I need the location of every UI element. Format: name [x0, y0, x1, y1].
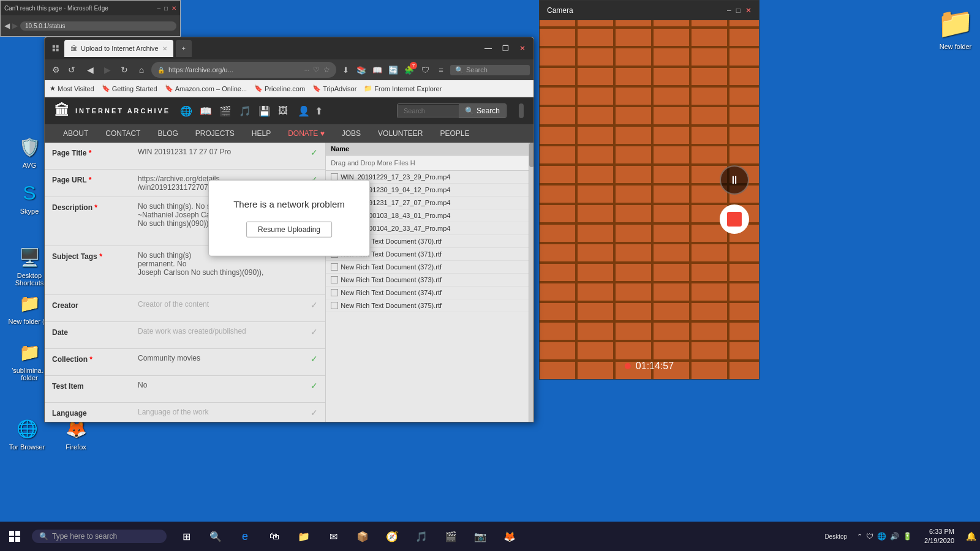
browser-shield-btn[interactable]: 🛡: [418, 63, 432, 77]
ia-nav-donate[interactable]: DONATE ♥: [279, 124, 333, 143]
ia-icon-software[interactable]: 💾: [258, 105, 271, 117]
error-maximize-btn[interactable]: □: [164, 5, 168, 12]
bookmark-getting-started[interactable]: 🔖 Getting Started: [102, 84, 157, 92]
browser-home-btn[interactable]: ⌂: [134, 62, 149, 77]
ia-icon-audio[interactable]: 🎵: [239, 105, 251, 117]
taskbar-ie-icon[interactable]: e: [233, 524, 257, 549]
tray-network[interactable]: 🌐: [877, 532, 886, 541]
taskbar-store-icon[interactable]: 🛍: [262, 524, 287, 549]
form-label-test-item: Test Item: [52, 381, 138, 391]
browser-address-menu[interactable]: ···: [304, 67, 309, 73]
file-checkbox[interactable]: [331, 289, 338, 296]
ia-search-input[interactable]: [398, 105, 459, 117]
file-checkbox[interactable]: [331, 263, 338, 271]
ia-upload-icon[interactable]: ⬆: [315, 105, 323, 117]
subliminal-icon: 📁: [17, 340, 42, 364]
browser-address-star[interactable]: ☆: [323, 66, 330, 74]
bookmark-tripadvisor[interactable]: 🔖 TripAdvisor: [312, 84, 356, 92]
camera-record-btn[interactable]: [720, 204, 749, 234]
ia-nav-contact[interactable]: CONTACT: [97, 124, 149, 143]
browser-library-btn[interactable]: 📚: [355, 63, 368, 77]
taskbar-firefox-tb-icon[interactable]: 🦊: [497, 524, 522, 549]
resume-uploading-btn[interactable]: Resume Uploading: [246, 222, 332, 238]
camera-window-controls: – □ ✕: [727, 6, 752, 15]
ia-user-icon[interactable]: 👤: [298, 105, 310, 117]
ia-search[interactable]: 🔍 Search: [397, 103, 507, 118]
bookmark-most-visited[interactable]: ★ Most Visited: [50, 84, 94, 92]
tab-close-btn[interactable]: ✕: [162, 45, 167, 52]
browser-forward-btn[interactable]: ▶: [100, 62, 115, 77]
browser-refresh-btn[interactable]: ↻: [117, 62, 132, 77]
ia-icon-video[interactable]: 🎬: [219, 105, 232, 117]
camera-close-btn[interactable]: ✕: [745, 6, 752, 15]
ia-nav-jobs[interactable]: JOBS: [333, 124, 369, 143]
error-close-btn[interactable]: ✕: [172, 5, 176, 12]
browser-menu-btn[interactable]: ≡: [434, 63, 448, 77]
error-back-btn[interactable]: ◀: [4, 21, 10, 30]
browser-close-btn[interactable]: ✕: [516, 42, 529, 54]
browser-tab-upload[interactable]: 🏛 Upload to Internet Archive ✕: [64, 40, 173, 57]
bookmark-priceline[interactable]: 🔖 Priceline.com: [254, 84, 305, 92]
browser-tab-new[interactable]: +: [176, 40, 192, 57]
taskbar-task-view[interactable]: ⊞: [174, 524, 198, 549]
browser-sync-btn[interactable]: 🔄: [386, 63, 400, 77]
browser-minimize-btn[interactable]: —: [482, 42, 494, 54]
taskbar-camera-icon[interactable]: 📷: [468, 524, 492, 549]
bookmark-ie[interactable]: 📁 From Internet Explorer: [364, 84, 442, 92]
new-folder-desktop-label: New folder: [940, 43, 972, 50]
browser-nav-history[interactable]: ↺: [64, 62, 79, 77]
taskbar-start-btn[interactable]: [0, 522, 29, 551]
taskbar-amazon-icon[interactable]: 📦: [350, 524, 375, 549]
error-forward-btn[interactable]: ▶: [12, 21, 18, 30]
ia-nav-about[interactable]: ABOUT: [55, 124, 97, 143]
ia-icon-books[interactable]: 📖: [200, 105, 212, 117]
bookmark-amazon[interactable]: 🔖 Amazon.com – Online...: [165, 84, 247, 92]
ia-nav-projects[interactable]: PROJECTS: [187, 124, 243, 143]
taskbar-desktop-label[interactable]: Desktop: [824, 533, 847, 540]
browser-restore-btn[interactable]: ❐: [499, 42, 511, 54]
browser-search-bar[interactable]: 🔍 Search: [450, 65, 530, 75]
ia-nav-help[interactable]: HELP: [243, 124, 279, 143]
browser-reading-btn[interactable]: 📖: [371, 63, 384, 77]
tray-shield[interactable]: 🛡: [866, 532, 873, 541]
browser-back-btn[interactable]: ◀: [83, 62, 97, 77]
ia-nav-blog[interactable]: BLOG: [149, 124, 186, 143]
file-checkbox[interactable]: [331, 302, 338, 309]
taskbar-mail-icon[interactable]: ✉: [321, 524, 345, 549]
browser-toolbar-icons: ⬇ 📚 📖 🔄 🧩 7 🛡 ≡: [339, 63, 448, 77]
browser-download-btn[interactable]: ⬇: [339, 63, 352, 77]
new-folder-desktop-icon[interactable]: 📁 New folder: [937, 6, 974, 50]
file-checkbox[interactable]: [331, 276, 338, 283]
camera-minimize-btn[interactable]: –: [727, 6, 731, 15]
drag-drop-area[interactable]: Drag and Drop More Files H: [326, 156, 529, 171]
ia-search-button[interactable]: 🔍 Search: [459, 104, 506, 118]
camera-pause-btn[interactable]: ⏸: [720, 165, 749, 195]
camera-maximize-btn[interactable]: □: [736, 6, 741, 15]
ia-scrollbar[interactable]: [529, 143, 533, 422]
tray-up-arrow[interactable]: ⌃: [857, 533, 862, 541]
taskbar-notification-btn[interactable]: 🔔: [962, 527, 980, 545]
ia-nav-volunteer[interactable]: VOLUNTEER: [369, 124, 431, 143]
taskbar-tripadvisor-icon[interactable]: 🧭: [380, 524, 404, 549]
browser-address-heart[interactable]: ♡: [313, 66, 320, 74]
taskbar-icons: ⊞ 🔍 e 🛍 📁 ✉ 📦 🧭 🎵 🎬 📷 🦊: [174, 524, 522, 549]
taskbar-search-btn[interactable]: 🔍: [203, 524, 228, 549]
tray-battery[interactable]: 🔋: [903, 532, 912, 541]
browser-nav-tools[interactable]: ⚙: [48, 62, 63, 77]
error-minimize-btn[interactable]: –: [157, 5, 160, 12]
tray-volume[interactable]: 🔊: [890, 532, 899, 541]
form-label-subject-tags: Subject Tags *: [52, 251, 138, 261]
taskbar-search[interactable]: 🔍 Type here to search: [32, 530, 167, 543]
ia-icon-images[interactable]: 🖼: [278, 105, 288, 117]
ia-icon-web[interactable]: 🌐: [180, 105, 192, 117]
ia-nav-people[interactable]: PEOPLE: [431, 124, 478, 143]
taskbar-explorer-icon[interactable]: 📁: [292, 524, 316, 549]
error-address-bar[interactable]: 10.5.0.1/status: [20, 21, 176, 31]
taskbar-vlc-icon[interactable]: 🎬: [439, 524, 463, 549]
taskbar-media-icon[interactable]: 🎵: [409, 524, 434, 549]
bookmark-priceline-label: Priceline.com: [265, 85, 305, 92]
browser-address-bar[interactable]: 🔒 https://archive.org/u... ··· ♡ ☆: [151, 62, 336, 78]
browser-extensions-btn[interactable]: 🧩 7: [402, 63, 416, 77]
ia-scrollbar-thumb[interactable]: [529, 143, 533, 167]
form-label-description: Description *: [52, 202, 138, 212]
